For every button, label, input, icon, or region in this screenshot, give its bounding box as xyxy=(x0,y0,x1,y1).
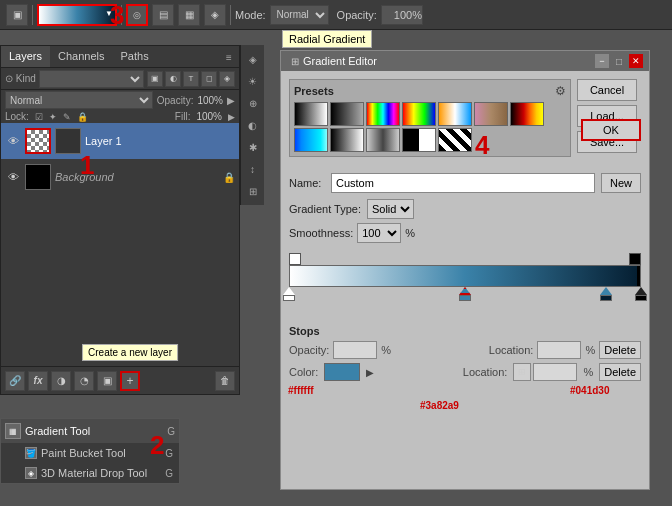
ge-bar-black-edge xyxy=(637,266,640,286)
text-icon[interactable]: T xyxy=(183,71,199,87)
lock-all[interactable]: 🔒 xyxy=(77,112,88,122)
3d-material-icon: ◈ xyxy=(25,467,37,479)
lock-move[interactable]: ✦ xyxy=(49,112,57,122)
preset-8[interactable] xyxy=(294,128,328,152)
lock-check[interactable]: ☑ xyxy=(35,112,43,122)
side-tools: ◈ ☀ ⊕ ◐ ✱ ↕ ⊞ xyxy=(240,45,264,205)
toolbar-icon-4[interactable]: ◈ xyxy=(204,4,226,26)
lock-art[interactable]: ✎ xyxy=(63,112,71,122)
lock-row: Lock: ☑ ✦ ✎ 🔒 Fill: 100% ▶ xyxy=(1,110,239,123)
visibility-icon-bg[interactable]: 👁 xyxy=(5,171,21,183)
layer-item-layer1[interactable]: 👁 Layer 1 xyxy=(1,123,239,159)
ge-location-icon[interactable]: ⊞ xyxy=(513,363,531,381)
ge-type-select[interactable]: Solid xyxy=(367,199,414,219)
ge-color-delete-btn[interactable]: Delete xyxy=(599,363,641,381)
toolbar-icon-1[interactable]: ▣ xyxy=(6,4,28,26)
preset-10[interactable] xyxy=(366,128,400,152)
ge-opacity-field[interactable] xyxy=(333,341,377,359)
ge-name-label: Name: xyxy=(289,177,325,189)
opacity-label: Opacity: xyxy=(337,9,377,21)
color-stop-black[interactable] xyxy=(635,287,647,301)
side-tool-6[interactable]: ↕ xyxy=(243,159,263,179)
ge-color-dropdown-arrow[interactable]: ▶ xyxy=(366,367,374,378)
gradient-preview-btn[interactable] xyxy=(37,4,117,26)
toolbar-icon-3[interactable]: ▦ xyxy=(178,4,200,26)
layer-item-background[interactable]: 👁 Background 🔒 xyxy=(1,159,239,195)
tool-paint-bucket[interactable]: 🪣 Paint Bucket Tool G xyxy=(1,443,179,463)
panel-bottom-toolbar: 🔗 fx ◑ ◔ ▣ + Create a new layer 🗑 xyxy=(1,366,239,394)
ge-color-location-field[interactable] xyxy=(533,363,577,381)
side-tool-5[interactable]: ✱ xyxy=(243,137,263,157)
ge-smooth-select[interactable]: 100 xyxy=(357,223,401,243)
kind-label: ⊙ Kind xyxy=(5,73,36,84)
preset-3[interactable] xyxy=(366,102,400,126)
ge-restore-btn[interactable]: □ xyxy=(611,53,627,69)
ge-minimize-btn[interactable]: − xyxy=(595,54,609,68)
ge-color-swatch[interactable] xyxy=(324,363,360,381)
tab-layers[interactable]: Layers xyxy=(1,46,50,67)
side-tool-2[interactable]: ☀ xyxy=(243,71,263,91)
fx-btn[interactable]: fx xyxy=(28,371,48,391)
pixel-icon[interactable]: ▣ xyxy=(147,71,163,87)
adjust-icon[interactable]: ◐ xyxy=(165,71,181,87)
paint-bucket-icon: 🪣 xyxy=(25,447,37,459)
side-tool-4[interactable]: ◐ xyxy=(243,115,263,135)
mode-select[interactable]: Normal xyxy=(270,5,329,25)
ge-opacity-delete-btn[interactable]: Delete xyxy=(599,341,641,359)
ge-dock-icon[interactable]: ⊞ xyxy=(287,53,303,69)
preset-1[interactable] xyxy=(294,102,328,126)
color-stop-teal[interactable] xyxy=(459,287,471,301)
ge-presets-gear[interactable]: ⚙ xyxy=(555,84,566,98)
preset-2[interactable] xyxy=(330,102,364,126)
side-tool-7[interactable]: ⊞ xyxy=(243,181,263,201)
preset-6[interactable] xyxy=(474,102,508,126)
mask-btn[interactable]: ◑ xyxy=(51,371,71,391)
preset-7[interactable] xyxy=(510,102,544,126)
ge-cancel-btn[interactable]: Cancel xyxy=(577,79,637,101)
ge-stops-label: Stops xyxy=(289,325,641,337)
ge-close-btn[interactable]: ✕ xyxy=(629,54,643,68)
ge-color-location-label: Location: xyxy=(463,366,508,378)
radial-gradient-btn[interactable]: ◎ xyxy=(126,4,148,26)
ge-new-btn[interactable]: New xyxy=(601,173,641,193)
preset-4[interactable] xyxy=(402,102,436,126)
ge-smooth-row: Smoothness: 100 % xyxy=(289,223,641,243)
opacity-input[interactable] xyxy=(381,5,423,25)
opacity-stop-left[interactable] xyxy=(289,253,301,265)
toolbar-icon-2[interactable]: ▤ xyxy=(152,4,174,26)
tool-3d-material[interactable]: ◈ 3D Material Drop Tool G xyxy=(1,463,179,483)
tab-channels[interactable]: Channels xyxy=(50,46,112,67)
ge-name-input[interactable] xyxy=(331,173,595,193)
side-tool-1[interactable]: ◈ xyxy=(243,49,263,69)
shape-icon[interactable]: ◻ xyxy=(201,71,217,87)
new-layer-btn[interactable]: + Create a new layer xyxy=(120,371,140,391)
ge-opacity-pct: % xyxy=(381,344,391,356)
opacity-stop-right[interactable] xyxy=(629,253,641,265)
preset-11[interactable] xyxy=(402,128,436,152)
delete-layer-btn[interactable]: 🗑 xyxy=(215,371,235,391)
preset-5[interactable] xyxy=(438,102,472,126)
tab-paths[interactable]: Paths xyxy=(113,46,157,67)
opacity-arrow[interactable]: ▶ xyxy=(227,95,235,106)
ge-gradient-bar[interactable] xyxy=(289,265,641,287)
visibility-icon-layer1[interactable]: 👁 xyxy=(5,135,21,147)
preset-12[interactable] xyxy=(438,128,472,152)
ge-location-field[interactable] xyxy=(537,341,581,359)
group-btn[interactable]: ▣ xyxy=(97,371,117,391)
ge-ok-btn[interactable]: OK xyxy=(581,119,641,141)
smart-icon[interactable]: ◈ xyxy=(219,71,235,87)
panel-menu-icon[interactable]: ≡ xyxy=(219,46,239,68)
color-stop-dark[interactable] xyxy=(600,287,612,301)
kind-select[interactable] xyxy=(39,70,144,88)
fill-arrow[interactable]: ▶ xyxy=(228,112,235,122)
ge-location-pct: % xyxy=(585,344,595,356)
preset-9[interactable] xyxy=(330,128,364,152)
ge-presets-grid xyxy=(294,102,566,152)
side-tool-3[interactable]: ⊕ xyxy=(243,93,263,113)
gradient-tool-icon: ▦ xyxy=(5,423,21,439)
adjustment-btn[interactable]: ◔ xyxy=(74,371,94,391)
blend-select[interactable]: Normal xyxy=(5,91,153,109)
layer-name-bg: Background xyxy=(55,171,219,183)
link-icon[interactable]: 🔗 xyxy=(5,371,25,391)
color-stop-white[interactable] xyxy=(283,287,295,301)
